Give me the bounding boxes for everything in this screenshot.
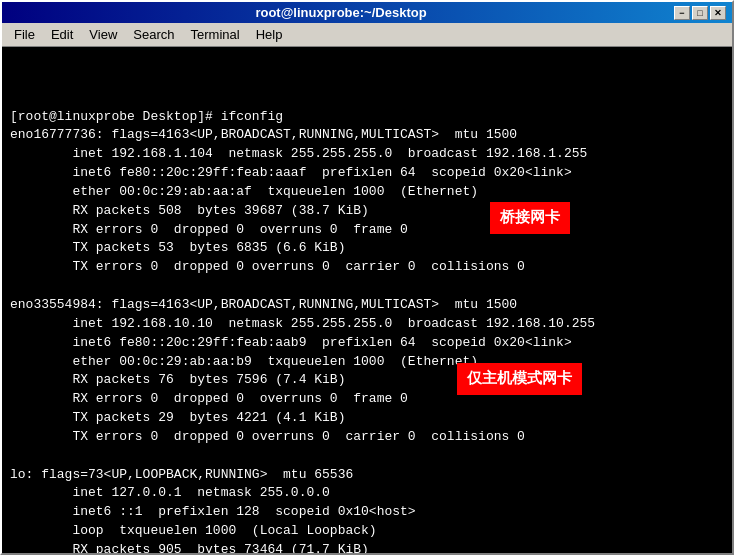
menu-view[interactable]: View: [81, 25, 125, 44]
titlebar-buttons: − □ ✕: [674, 6, 726, 20]
annotation-host-only-nic: 仅主机模式网卡: [457, 363, 582, 395]
minimize-button[interactable]: −: [674, 6, 690, 20]
window-title: root@linuxprobe:~/Desktop: [8, 5, 674, 20]
terminal-body[interactable]: [root@linuxprobe Desktop]# ifconfig eno1…: [2, 47, 732, 553]
menubar: File Edit View Search Terminal Help: [2, 23, 732, 47]
menu-edit[interactable]: Edit: [43, 25, 81, 44]
menu-search[interactable]: Search: [125, 25, 182, 44]
menu-help[interactable]: Help: [248, 25, 291, 44]
menu-file[interactable]: File: [6, 25, 43, 44]
titlebar: root@linuxprobe:~/Desktop − □ ✕: [2, 2, 732, 23]
menu-terminal[interactable]: Terminal: [183, 25, 248, 44]
maximize-button[interactable]: □: [692, 6, 708, 20]
terminal-content: [root@linuxprobe Desktop]# ifconfig eno1…: [10, 89, 724, 553]
terminal-window: root@linuxprobe:~/Desktop − □ ✕ File Edi…: [0, 0, 734, 555]
annotation-bridged-nic: 桥接网卡: [490, 202, 570, 234]
close-button[interactable]: ✕: [710, 6, 726, 20]
